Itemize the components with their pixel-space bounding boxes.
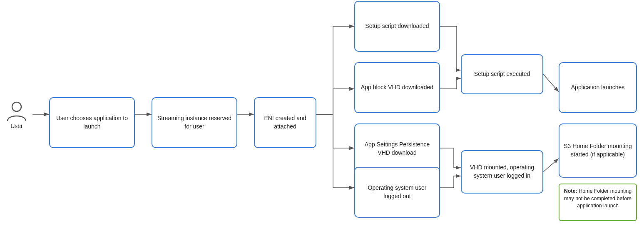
note-label: Note: [564,188,577,194]
svg-line-4 [543,74,559,92]
svg-point-6 [12,102,21,111]
user-chooses-node: User chooses application to launch [49,97,135,148]
svg-line-5 [543,159,559,172]
os-user-logged-node: Operating system user logged out [354,167,440,218]
user-label: User [10,123,23,129]
application-launches-node: Application launches [559,62,637,113]
s3-home-folder-node: S3 Home Folder mounting started (if appl… [559,123,637,178]
setup-script-executed-node: Setup script executed [461,54,543,94]
eni-created-node: ENI created and attached [254,97,316,148]
setup-script-node: Setup script downloaded [354,1,440,52]
note-box: Note: Home Folder mounting may not be co… [559,184,637,221]
user-icon-group: User [6,100,27,129]
streaming-instance-node: Streaming instance reserved for user [152,97,237,148]
diagram: User User chooses application to launch … [0,0,644,229]
user-icon [6,100,27,122]
app-block-vhd-node: App block VHD downloaded [354,62,440,113]
vhd-mounted-node: VHD mounted, operating system user logge… [461,150,543,194]
